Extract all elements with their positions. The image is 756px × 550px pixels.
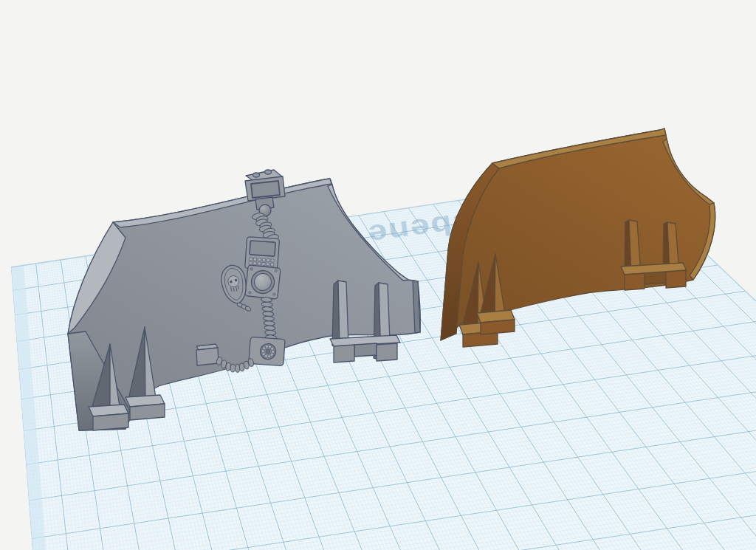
scene-svg: Arbeitsebene (0, 0, 756, 550)
gray-gear-emblem-box (249, 337, 285, 365)
gray-access-panel (196, 344, 219, 365)
gray-porthole-panel (245, 265, 281, 299)
viewport-canvas[interactable]: Arbeitsebene (0, 0, 756, 550)
